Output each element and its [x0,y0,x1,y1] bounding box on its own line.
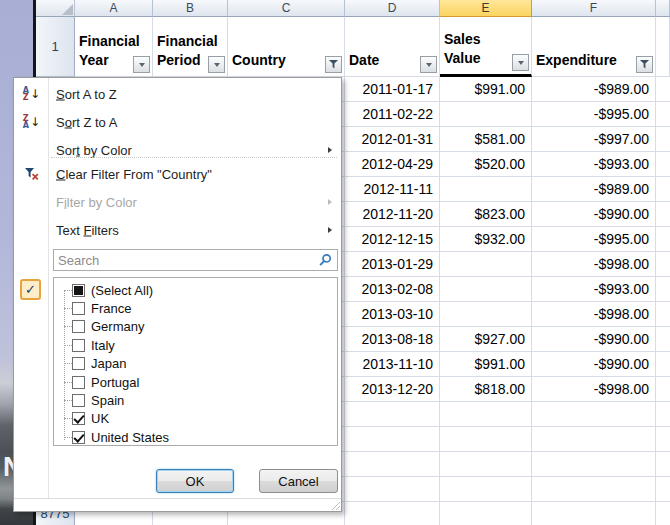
menu-item-sort-z-to-a[interactable]: ZA↓ Sort Z to A [14,108,341,136]
cell-empty[interactable] [345,427,440,452]
cell-expenditure[interactable]: -$997.00 [532,127,656,152]
column-header-d[interactable]: D [345,0,440,17]
cell-expenditure[interactable]: -$990.00 [532,352,656,377]
list-item-italy[interactable]: Italy [54,336,337,354]
cell-sales[interactable]: $991.00 [440,352,532,377]
cell-sales[interactable] [440,177,532,202]
cell-empty[interactable] [532,477,656,502]
cell-empty[interactable] [656,377,670,402]
cell-expenditure[interactable]: -$989.00 [532,177,656,202]
cell-date[interactable]: 2012-11-20 [345,202,440,227]
column-header-g[interactable] [656,0,670,17]
cell-expenditure[interactable]: -$998.00 [532,377,656,402]
checkbox[interactable] [72,394,85,407]
cell-expenditure[interactable]: -$998.00 [532,252,656,277]
cell-sales[interactable]: $818.00 [440,377,532,402]
cell-empty[interactable] [656,352,670,377]
checkbox[interactable] [72,339,85,352]
header-cell-sales-value[interactable]: Sales Value [440,17,532,77]
cell-empty[interactable] [656,327,670,352]
cell-empty[interactable] [656,427,670,452]
cell-expenditure[interactable]: -$998.00 [532,302,656,327]
filter-funnel-button-country[interactable] [325,56,342,73]
checkbox[interactable] [72,302,85,315]
filter-dropdown-button-sales[interactable] [512,54,529,71]
cell-empty[interactable] [656,302,670,327]
cell-date[interactable]: 2012-01-31 [345,127,440,152]
cell-empty[interactable] [532,427,656,452]
cell-expenditure[interactable]: -$995.00 [532,227,656,252]
cell-date[interactable]: 2012-12-15 [345,227,440,252]
cell-empty[interactable] [656,177,670,202]
cell-empty[interactable] [440,427,532,452]
filter-dropdown-button-year[interactable] [133,56,150,73]
cell-date[interactable]: 2013-02-08 [345,277,440,302]
list-item-spain[interactable]: Spain [54,391,337,409]
column-header-c[interactable]: C [228,0,345,17]
list-item-france[interactable]: France [54,299,337,317]
cell-empty[interactable] [656,127,670,152]
cell-empty[interactable] [656,202,670,227]
cell-empty[interactable] [345,502,440,525]
cell-empty[interactable] [656,402,670,427]
cell-expenditure[interactable]: -$990.00 [532,327,656,352]
filter-dropdown-button-period[interactable] [208,56,225,73]
cancel-button[interactable]: Cancel [259,469,338,493]
checkbox[interactable] [72,357,85,370]
cell-empty[interactable] [656,277,670,302]
column-header-a[interactable]: A [75,0,153,17]
cell-expenditure[interactable]: -$993.00 [532,152,656,177]
cell-date[interactable]: 2013-11-10 [345,352,440,377]
header-cell-expenditure[interactable]: Expenditure [532,17,656,77]
checkbox[interactable] [72,376,85,389]
cell-date[interactable]: 2011-02-22 [345,102,440,127]
cell-empty[interactable] [440,477,532,502]
list-item-select-all[interactable]: (Select All) [54,281,337,299]
cell-sales[interactable]: $581.00 [440,127,532,152]
cell-empty[interactable] [345,452,440,477]
cell-empty[interactable] [656,77,670,102]
cell-empty[interactable] [345,477,440,502]
cell-empty[interactable] [656,227,670,252]
cell-date[interactable]: 2013-03-10 [345,302,440,327]
cell-empty[interactable] [532,402,656,427]
cell-sales[interactable]: $932.00 [440,227,532,252]
row-header-1[interactable]: 1 [36,17,75,77]
cell-empty[interactable] [532,502,656,525]
resize-grip[interactable] [330,500,340,510]
cell-empty[interactable] [656,452,670,477]
ok-button[interactable]: OK [156,469,234,493]
cell-empty[interactable] [656,152,670,177]
cell-empty[interactable] [656,477,670,502]
header-cell-financial-year[interactable]: Financial Year [75,17,153,77]
list-item-uk[interactable]: UK [54,410,337,428]
filter-funnel-button-expenditure[interactable] [636,56,653,73]
header-cell-country[interactable]: Country [228,17,345,77]
cell-sales[interactable]: $823.00 [440,202,532,227]
cell-expenditure[interactable]: -$993.00 [532,277,656,302]
list-item-portugal[interactable]: Portugal [54,373,337,391]
cell-empty[interactable] [440,402,532,427]
menu-item-sort-a-to-z[interactable]: AZ↓ Sort A to Z [14,80,341,108]
cell-date[interactable]: 2013-12-20 [345,377,440,402]
column-header-e-selected[interactable]: E [440,0,532,17]
list-item-united-states[interactable]: United States [54,428,337,446]
menu-item-text-filters[interactable]: Text Filters [14,216,341,244]
menu-item-clear-filter[interactable]: Clear Filter From "Country" [14,160,341,188]
cell-expenditure[interactable]: -$989.00 [532,77,656,102]
cell-date[interactable]: 2012-11-11 [345,177,440,202]
checkbox[interactable] [72,320,85,333]
header-cell-date[interactable]: Date [345,17,440,77]
cell-empty[interactable] [656,252,670,277]
cell-sales[interactable]: $991.00 [440,77,532,102]
header-cell-financial-period[interactable]: Financial Period [153,17,228,77]
column-header-f[interactable]: F [532,0,656,17]
select-all-corner[interactable] [36,0,75,17]
cell-date[interactable]: 2013-08-18 [345,327,440,352]
cell-sales[interactable] [440,302,532,327]
cell-sales[interactable] [440,277,532,302]
cell-empty[interactable] [440,502,532,525]
column-header-b[interactable]: B [153,0,228,17]
cell-empty[interactable] [440,452,532,477]
cell-empty[interactable] [532,452,656,477]
